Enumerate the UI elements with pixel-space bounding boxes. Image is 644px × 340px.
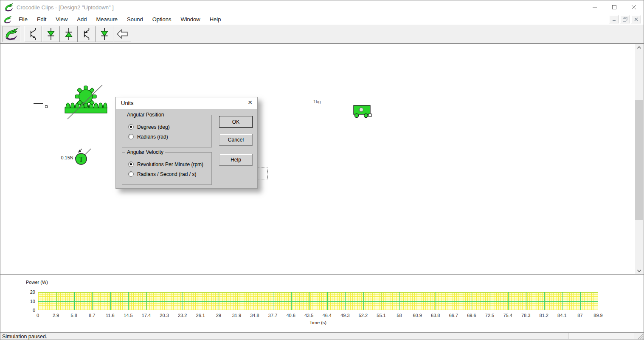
mdi-minimize-button[interactable]	[609, 15, 619, 23]
x-tick-label: 84.1	[557, 313, 566, 318]
torque-motor-part[interactable]: T	[72, 148, 93, 170]
x-tick-label: 40.6	[286, 313, 295, 318]
x-tick-label: 5.8	[71, 313, 77, 318]
mdi-close-icon	[634, 17, 638, 22]
radio-icon	[128, 171, 134, 177]
x-tick-label: 72.5	[485, 313, 494, 318]
x-tick-label: 0	[37, 313, 39, 318]
menu-item-help[interactable]: Help	[205, 15, 226, 24]
group-label: Angular Velocity	[125, 149, 165, 155]
axle-part[interactable]	[34, 103, 43, 104]
x-tick-label: 29	[216, 313, 221, 318]
axle-node-part[interactable]	[45, 105, 48, 108]
x-tick-label: 17.4	[142, 313, 151, 318]
menu-item-file[interactable]: File	[14, 15, 32, 24]
minimize-icon	[591, 4, 598, 11]
mdi-restore-button[interactable]	[620, 15, 630, 23]
back-arrow-tool-button[interactable]	[113, 26, 131, 42]
radio-list: Degrees (deg)Radians (rad)	[122, 115, 211, 142]
x-tick-label: 20.3	[160, 313, 169, 318]
angular-position-group: Angular Position Degrees (deg)Radians (r…	[122, 115, 212, 147]
cancel-button[interactable]: Cancel	[219, 134, 253, 146]
mdi-close-button[interactable]	[631, 15, 641, 23]
dialog-close-icon[interactable]: ✕	[247, 99, 253, 106]
ok-button[interactable]: OK	[219, 116, 253, 128]
menu-item-add[interactable]: Add	[72, 15, 91, 24]
mdi-minimize-icon	[612, 17, 616, 22]
mass-value-label: 1kg	[313, 99, 321, 104]
x-tick-label: 81.2	[540, 313, 548, 318]
document-crocodile-icon	[4, 16, 11, 23]
x-tick-label: 34.8	[250, 313, 259, 318]
diode-down-icon	[45, 28, 57, 40]
help-button[interactable]: Help	[219, 154, 253, 166]
x-tick-label: 63.8	[431, 313, 440, 318]
design-canvas[interactable]: 0.15N m T 1kg Units ✕ Angular Posi	[0, 43, 644, 275]
menu-item-window[interactable]: Window	[176, 15, 205, 24]
maximize-button[interactable]	[605, 0, 624, 14]
angular-velocity-group: Angular Velocity Revolutions Per Minute …	[122, 152, 212, 185]
radio-option-revolutions-per-minute-rpm[interactable]: Revolutions Per Minute (rpm)	[128, 159, 211, 169]
x-tick-label: 11.6	[106, 313, 115, 318]
diode-down-tool-button[interactable]	[42, 26, 60, 42]
group-label: Angular Position	[125, 112, 166, 118]
resize-grip-icon[interactable]	[638, 334, 644, 340]
x-tick-label: 31.9	[232, 313, 241, 318]
status-panel	[568, 333, 634, 339]
transistor-arrow-tool-button[interactable]	[78, 26, 96, 42]
x-tick-label: 75.4	[503, 313, 512, 318]
dialog-titlebar[interactable]: Units ✕	[116, 97, 257, 109]
crocodile-icon	[5, 28, 18, 40]
y-tick-label: 10	[17, 299, 35, 304]
y-tick-label: 0	[17, 308, 35, 313]
crocodile-tool-button[interactable]	[3, 26, 20, 42]
menu-item-options[interactable]: Options	[148, 15, 176, 24]
x-tick-label: 89.9	[593, 313, 602, 318]
menubar: FileEditViewAddMeasureSoundOptionsWindow…	[0, 14, 644, 25]
menu-item-measure[interactable]: Measure	[91, 15, 122, 24]
diode-down-tool-button[interactable]	[96, 26, 113, 42]
radio-list: Revolutions Per Minute (rpm)Radians / Se…	[122, 153, 211, 179]
maximize-icon	[611, 4, 618, 11]
x-tick-label: 78.3	[521, 313, 530, 318]
x-tick-label: 37.7	[268, 313, 277, 318]
close-button[interactable]	[624, 0, 644, 14]
scrollbar-thumb[interactable]	[635, 100, 643, 220]
toolbar-buttons	[3, 26, 131, 42]
x-tick-label: 43.5	[304, 313, 313, 318]
x-tick-label: 52.2	[359, 313, 368, 318]
gear-and-rack-part[interactable]	[63, 83, 109, 121]
menu-items: FileEditViewAddMeasureSoundOptionsWindow…	[14, 15, 225, 24]
window-title: Crocodile Clips - [Design2 "Uptodown" ]	[17, 4, 114, 11]
x-tick-label: 23.2	[178, 313, 187, 318]
x-tick-label: 2.9	[53, 313, 59, 318]
radio-option-degrees-deg[interactable]: Degrees (deg)	[128, 122, 211, 132]
x-tick-label: 55.1	[377, 313, 385, 318]
radio-icon	[128, 162, 134, 167]
menu-item-view[interactable]: View	[51, 15, 72, 24]
minimize-button[interactable]	[585, 0, 605, 14]
x-tick-label: 87	[577, 313, 582, 318]
vertical-scrollbar[interactable]	[635, 44, 643, 274]
radio-option-radians-rad[interactable]: Radians (rad)	[128, 132, 211, 142]
chart-panel: Power (W) 02.95.88.711.614.517.420.323.2…	[0, 275, 644, 333]
transistor-tool-button[interactable]	[24, 26, 42, 42]
y-tick-label: 20	[17, 289, 35, 295]
menu-item-sound[interactable]: Sound	[122, 15, 148, 24]
scroll-up-button[interactable]	[635, 44, 643, 51]
x-tick-label: 49.3	[340, 313, 349, 318]
menu-item-edit[interactable]: Edit	[32, 15, 51, 24]
radio-icon	[128, 134, 134, 139]
x-tick-label: 69.6	[467, 313, 476, 318]
mass-cart-part[interactable]	[352, 104, 374, 118]
x-tick-label: 14.5	[124, 313, 132, 318]
back-arrow-icon	[116, 28, 129, 40]
radio-option-radians-second-rad-s[interactable]: Radians / Second (rad / s)	[128, 169, 211, 179]
x-tick-label: 8.7	[89, 313, 95, 318]
diode-up-tool-button[interactable]	[60, 26, 78, 42]
motor-letter: T	[79, 155, 84, 163]
chevron-down-icon	[636, 268, 642, 273]
scroll-down-button[interactable]	[635, 267, 643, 274]
mdi-restore-icon	[623, 17, 627, 22]
titlebar: Crocodile Clips - [Design2 "Uptodown" ]	[0, 0, 644, 14]
